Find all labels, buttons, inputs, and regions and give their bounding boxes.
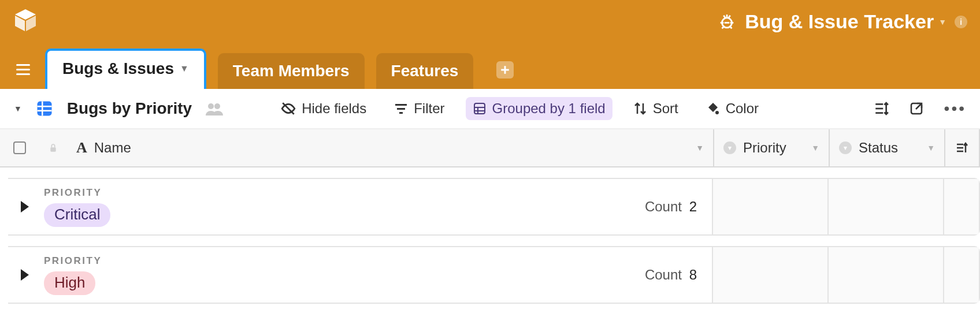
group-priority-cell (713, 179, 829, 234)
color-label: Color (726, 100, 759, 117)
share-icon (910, 102, 923, 115)
svg-point-10 (208, 103, 214, 109)
group-container: PRIORITY Critical Count 2 PRIORITY High … (0, 178, 980, 304)
row-height-button[interactable] (874, 101, 889, 116)
expand-triangle-icon[interactable] (21, 269, 29, 281)
eye-off-icon (281, 101, 296, 116)
filter-label: Filter (414, 100, 444, 117)
workspace-title[interactable]: Bug & Issue Tracker ▼ (745, 10, 946, 33)
column-header-name-label: Name (94, 140, 131, 156)
workspace-title-text: Bug & Issue Tracker (745, 10, 934, 33)
column-header-status-label: Status (859, 140, 898, 156)
group-priority-cell (713, 247, 829, 303)
svg-point-20 (715, 111, 719, 114)
select-all-checkbox[interactable] (0, 129, 39, 166)
single-select-icon: ▾ (839, 141, 852, 154)
column-header-status[interactable]: ▾ Status ▼ (830, 129, 945, 166)
group-status-cell (829, 247, 944, 303)
info-icon[interactable]: i (955, 16, 967, 28)
group-label: Grouped by 1 field (492, 100, 606, 117)
group-field-label: PRIORITY (44, 255, 102, 267)
chevron-down-icon: ▼ (938, 17, 946, 27)
table-tabs: Bugs & Issues ▼ Team Members Features (45, 43, 514, 89)
single-select-icon: ▾ (723, 141, 736, 154)
tab-label: Team Members (233, 62, 350, 80)
svg-point-11 (214, 103, 220, 109)
svg-rect-6 (37, 102, 51, 116)
view-name[interactable]: Bugs by Priority (67, 99, 192, 118)
sort-button[interactable]: Sort (626, 97, 685, 120)
workspace-area: Bug & Issue Tracker ▼ i (717, 10, 967, 33)
checkbox[interactable] (13, 141, 26, 154)
paint-icon (706, 102, 720, 115)
group-field-label: PRIORITY (44, 187, 110, 199)
column-header-priority-label: Priority (743, 140, 786, 156)
svg-rect-16 (474, 103, 485, 114)
tab-label: Features (391, 62, 459, 80)
group-tail-cell (944, 247, 979, 303)
more-button[interactable]: ••• (944, 99, 966, 118)
group-value-chip: Critical (44, 203, 110, 227)
collaborators-icon[interactable] (206, 102, 223, 115)
svg-rect-13 (395, 104, 407, 106)
row-height-icon (874, 101, 889, 116)
group-count-label: Count (645, 199, 682, 214)
sort-label: Sort (653, 100, 678, 117)
group-row: PRIORITY Critical Count 2 (8, 178, 980, 236)
group-status-cell (829, 179, 944, 234)
group-count-value: 2 (689, 199, 697, 214)
group-tail-cell (944, 179, 979, 234)
chevron-down-icon: ▼ (180, 64, 189, 74)
app-logo[interactable] (12, 6, 39, 33)
box-icon (13, 7, 38, 32)
group-header[interactable]: PRIORITY Critical Count 2 (8, 179, 713, 234)
group-count: Count 8 (645, 267, 697, 283)
group-count-label: Count (645, 267, 682, 282)
color-button[interactable]: Color (699, 97, 766, 120)
svg-rect-14 (397, 108, 405, 110)
group-value-chip: High (44, 271, 95, 295)
grid-view-icon[interactable] (36, 100, 53, 117)
group-count: Count 2 (645, 199, 697, 215)
top-bar: Bug & Issue Tracker ▼ i Bugs & Issues ▼ … (0, 0, 980, 89)
hide-fields-button[interactable]: Hide fields (274, 97, 373, 120)
column-header-priority[interactable]: ▾ Priority ▼ (714, 129, 830, 166)
svg-rect-25 (50, 147, 55, 151)
column-header-row: A Name ▼ ▾ Priority ▼ ▾ Status ▼ (0, 129, 980, 167)
menu-button[interactable] (16, 64, 30, 75)
view-toolbar: ▼ Bugs by Priority Hide fields Filter Gr… (0, 89, 980, 129)
expand-triangle-icon[interactable] (21, 201, 29, 213)
svg-rect-15 (399, 112, 403, 114)
svg-rect-5 (502, 69, 510, 71)
tab-features[interactable]: Features (376, 53, 474, 89)
group-icon (473, 102, 487, 115)
sort-icon (633, 102, 647, 115)
tab-bugs-issues[interactable]: Bugs & Issues ▼ (45, 49, 206, 89)
share-view-button[interactable] (910, 102, 923, 115)
plus-icon (500, 65, 510, 75)
expand-icon (955, 141, 969, 155)
filter-icon (394, 102, 408, 115)
view-menu-chevron[interactable]: ▼ (14, 104, 22, 113)
lock-icon (39, 129, 67, 166)
group-header[interactable]: PRIORITY High Count 8 (8, 247, 713, 303)
chevron-down-icon[interactable]: ▼ (811, 143, 819, 152)
tab-team-members[interactable]: Team Members (218, 53, 365, 89)
group-row: PRIORITY High Count 8 (8, 246, 980, 304)
tab-label: Bugs & Issues (62, 59, 174, 78)
add-table-button[interactable] (496, 61, 514, 79)
group-count-value: 8 (689, 267, 697, 282)
text-field-icon: A (76, 139, 87, 156)
chevron-down-icon[interactable]: ▼ (927, 143, 935, 152)
bug-icon (717, 12, 737, 32)
group-button[interactable]: Grouped by 1 field (466, 97, 612, 120)
column-header-name[interactable]: A Name ▼ (67, 129, 714, 166)
chevron-down-icon[interactable]: ▼ (696, 143, 704, 152)
hide-fields-label: Hide fields (302, 100, 366, 117)
expand-columns-button[interactable] (945, 129, 980, 166)
filter-button[interactable]: Filter (387, 97, 451, 120)
